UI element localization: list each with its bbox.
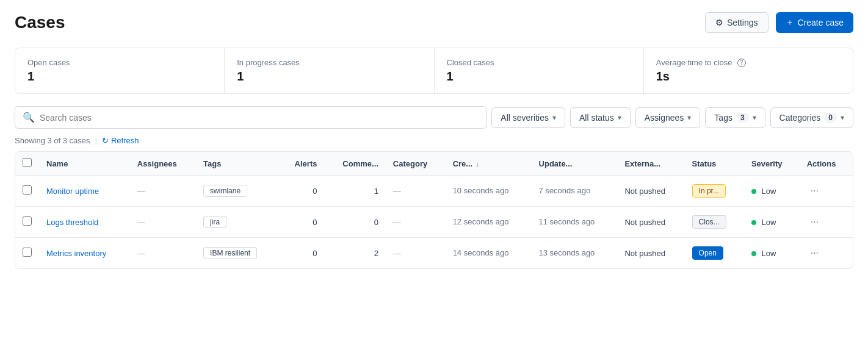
row-severity: Low	[744, 207, 800, 238]
col-name: Name	[39, 152, 130, 176]
toolbar: 🔍 All severities ▾ All status ▾ Assignee…	[15, 106, 853, 129]
refresh-icon: ↻	[102, 136, 109, 145]
categories-badge: 0	[824, 113, 837, 123]
row-external: Not pushed	[617, 207, 684, 238]
search-input[interactable]	[40, 113, 479, 123]
page-title: Cases	[15, 13, 65, 32]
row-category: —	[386, 176, 446, 207]
refresh-button[interactable]: ↻ Refresh	[102, 136, 139, 145]
page-header: Cases ⚙ Settings ＋ Create case	[15, 12, 853, 33]
row-status: Open	[685, 238, 744, 269]
stat-closed-value: 1	[447, 70, 631, 84]
select-all-header	[15, 152, 39, 176]
stat-open-cases: Open cases 1	[15, 48, 225, 93]
col-actions: Actions	[800, 152, 853, 176]
plus-icon: ＋	[786, 17, 794, 28]
cases-table: Name Assignees Tags Alerts Comme... Cate…	[15, 151, 853, 269]
sort-icon: ↓	[476, 160, 480, 168]
chevron-down-icon: ▾	[618, 113, 621, 122]
severity-dot	[751, 251, 756, 256]
chevron-down-icon: ▾	[687, 113, 691, 122]
row-alerts: 0	[279, 176, 324, 207]
row-severity: Low	[744, 238, 800, 269]
stat-inprogress-label: In progress cases	[237, 58, 421, 67]
stat-closed-label: Closed cases	[447, 58, 631, 67]
row-checkbox[interactable]	[23, 185, 32, 195]
row-created: 12 seconds ago	[446, 207, 532, 238]
table-row: Metrics inventory — IBM resilient 0 2 — …	[15, 238, 853, 269]
row-external: Not pushed	[617, 238, 684, 269]
row-tags: IBM resilient	[196, 238, 279, 269]
row-updated: 13 seconds ago	[532, 238, 618, 269]
row-checkbox[interactable]	[23, 216, 32, 226]
chevron-down-icon: ▾	[841, 113, 844, 122]
severity-label: Low	[762, 249, 776, 258]
actions-menu-button[interactable]: ···	[807, 184, 822, 198]
severity-dot	[751, 220, 756, 225]
tags-badge: 3	[736, 113, 749, 123]
stat-open-label: Open cases	[27, 58, 212, 67]
assignees-filter[interactable]: Assignees ▾	[635, 107, 701, 128]
table-row: Logs threshold — jira 0 0 — 12 seconds a…	[15, 207, 853, 238]
stat-closed-cases: Closed cases 1	[435, 48, 644, 93]
row-assignees: —	[130, 176, 196, 207]
severity-label: Low	[762, 218, 776, 227]
stat-inprogress-cases: In progress cases 1	[225, 48, 434, 93]
col-comments: Comme...	[324, 152, 385, 176]
showing-row: Showing 3 of 3 cases | ↻ Refresh	[15, 136, 853, 145]
row-name: Monitor uptime	[39, 176, 130, 207]
tags-filter[interactable]: Tags 3 ▾	[705, 107, 765, 128]
col-external: Externa...	[617, 152, 684, 176]
row-assignees: —	[130, 238, 196, 269]
row-name: Logs threshold	[39, 207, 130, 238]
status-badge: Open	[692, 246, 723, 260]
severity-dot	[751, 189, 756, 194]
case-name-link[interactable]: Logs threshold	[46, 218, 98, 227]
status-badge: In pr...	[692, 184, 726, 198]
create-case-button[interactable]: ＋ Create case	[776, 12, 853, 33]
col-alerts: Alerts	[279, 152, 324, 176]
select-all-checkbox[interactable]	[23, 158, 32, 167]
col-assignees: Assignees	[130, 152, 196, 176]
row-tags: jira	[196, 207, 279, 238]
stats-row: Open cases 1 In progress cases 1 Closed …	[15, 48, 853, 94]
row-category: —	[386, 238, 446, 269]
header-actions: ⚙ Settings ＋ Create case	[705, 12, 853, 33]
tag-pill: swimlane	[203, 185, 247, 197]
tag-pill: IBM resilient	[203, 247, 257, 259]
settings-button[interactable]: ⚙ Settings	[705, 12, 769, 33]
chevron-down-icon: ▾	[552, 113, 556, 122]
col-updated: Update...	[532, 152, 618, 176]
severity-filter[interactable]: All severities ▾	[491, 107, 565, 128]
case-name-link[interactable]: Monitor uptime	[46, 187, 99, 196]
row-severity: Low	[744, 176, 800, 207]
row-actions: ···	[800, 207, 853, 238]
col-created[interactable]: Cre... ↓	[446, 152, 532, 176]
col-status: Status	[685, 152, 744, 176]
search-wrapper: 🔍	[15, 106, 486, 129]
showing-text: Showing 3 of 3 cases	[15, 136, 90, 145]
row-checkbox[interactable]	[23, 248, 32, 257]
table-row: Monitor uptime — swimlane 0 1 — 10 secon…	[15, 176, 853, 207]
row-name: Metrics inventory	[39, 238, 130, 269]
row-external: Not pushed	[617, 176, 684, 207]
row-assignees: —	[130, 207, 196, 238]
stat-avg-label: Average time to close ?	[656, 58, 841, 67]
col-category: Category	[386, 152, 446, 176]
actions-menu-button[interactable]: ···	[807, 246, 822, 260]
actions-menu-button[interactable]: ···	[807, 215, 822, 229]
stat-inprogress-value: 1	[237, 70, 421, 84]
case-name-link[interactable]: Metrics inventory	[46, 249, 106, 258]
separator: |	[95, 136, 97, 145]
status-filter[interactable]: All status ▾	[570, 107, 631, 128]
info-icon[interactable]: ?	[737, 59, 746, 67]
stat-avg-time: Average time to close ? 1s	[644, 48, 853, 93]
status-badge: Clos...	[692, 215, 726, 229]
stat-open-value: 1	[27, 70, 212, 84]
row-checkbox-cell	[15, 176, 39, 207]
row-created: 10 seconds ago	[446, 176, 532, 207]
row-status: Clos...	[685, 207, 744, 238]
tag-pill: jira	[203, 216, 226, 228]
row-alerts: 0	[279, 207, 324, 238]
categories-filter[interactable]: Categories 0 ▾	[770, 107, 853, 128]
